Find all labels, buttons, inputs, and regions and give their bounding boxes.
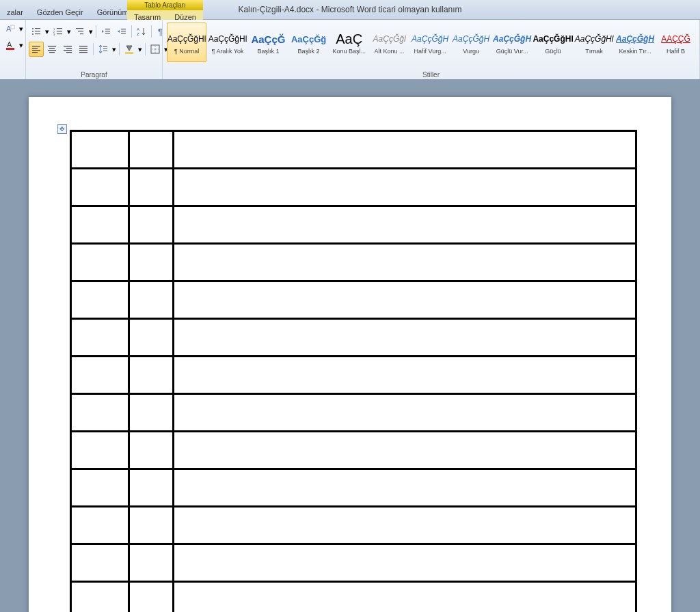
table-row[interactable] xyxy=(71,582,636,613)
numbering-button[interactable]: 123 xyxy=(51,24,66,39)
table-row[interactable] xyxy=(71,394,636,432)
table-cell[interactable] xyxy=(129,244,174,281)
svg-rect-44 xyxy=(103,46,107,47)
style-item-g--l-[interactable]: AaÇçĞğHlGüçlü xyxy=(533,23,573,62)
dropdown-icon[interactable]: ▾ xyxy=(44,25,50,38)
style-item-vurgu[interactable]: AaÇçĞğHVurgu xyxy=(451,23,491,62)
table-cell[interactable] xyxy=(129,507,174,544)
style-item-hafif-vurg---[interactable]: AaÇçĞğHHafif Vurg... xyxy=(410,23,450,62)
sort-button[interactable]: AZ xyxy=(134,24,149,39)
table-cell[interactable] xyxy=(71,131,129,169)
document-workspace[interactable]: ✥ xyxy=(0,79,700,612)
table-cell[interactable] xyxy=(174,394,636,432)
table-cell[interactable] xyxy=(71,206,129,244)
style-item---aral-k-yok[interactable]: AaÇçĞğHl¶ Aralık Yok xyxy=(208,23,247,62)
table-cell[interactable] xyxy=(174,206,636,244)
multilevel-list-button[interactable] xyxy=(72,24,88,39)
font-color-button[interactable]: A xyxy=(3,38,18,53)
style-item-ba-l-k-1[interactable]: AaÇçĞBaşlık 1 xyxy=(249,23,288,62)
table-row[interactable] xyxy=(71,319,636,357)
clear-formatting-button[interactable]: A xyxy=(3,21,18,36)
document-table[interactable] xyxy=(70,130,637,612)
table-row[interactable] xyxy=(71,281,636,319)
align-center-button[interactable] xyxy=(44,42,59,57)
dropdown-icon[interactable]: ▾ xyxy=(18,22,24,36)
decrease-indent-button[interactable] xyxy=(98,24,113,39)
table-row[interactable] xyxy=(71,544,636,582)
style-name-label: Güçlü Vur... xyxy=(496,48,528,55)
dropdown-icon[interactable]: ▾ xyxy=(137,42,143,56)
table-cell[interactable] xyxy=(129,131,174,169)
align-right-button[interactable] xyxy=(60,42,75,57)
dropdown-icon[interactable]: ▾ xyxy=(111,42,117,56)
dropdown-icon[interactable]: ▾ xyxy=(66,25,72,38)
table-cell[interactable] xyxy=(174,432,636,469)
style-item-hafif-b[interactable]: AAÇÇĞHafif B xyxy=(656,23,695,62)
table-cell[interactable] xyxy=(174,582,636,613)
table-cell[interactable] xyxy=(71,544,129,582)
style-item-keskin-t-r---[interactable]: AaÇçĞğHKeskin Tır... xyxy=(615,23,655,62)
table-move-handle-icon[interactable]: ✥ xyxy=(57,124,67,134)
table-cell[interactable] xyxy=(129,432,174,469)
table-cell[interactable] xyxy=(174,507,636,544)
table-cell[interactable] xyxy=(174,281,636,319)
dropdown-icon[interactable]: ▾ xyxy=(88,25,94,38)
table-cell[interactable] xyxy=(129,394,174,432)
menu-tab[interactable]: zalar xyxy=(0,5,30,19)
table-cell[interactable] xyxy=(129,469,174,507)
table-cell[interactable] xyxy=(174,469,636,507)
table-cell[interactable] xyxy=(129,281,174,319)
table-cell[interactable] xyxy=(174,544,636,582)
table-cell[interactable] xyxy=(129,319,174,357)
table-cell[interactable] xyxy=(129,582,174,613)
style-item-konu-ba-l---[interactable]: AaÇKonu Başl... xyxy=(329,23,368,62)
table-row[interactable] xyxy=(71,469,636,507)
table-row[interactable] xyxy=(71,432,636,469)
table-cell[interactable] xyxy=(174,357,636,394)
table-cell[interactable] xyxy=(174,244,636,281)
table-cell[interactable] xyxy=(129,206,174,244)
table-cell[interactable] xyxy=(71,432,129,469)
table-cell[interactable] xyxy=(129,169,174,206)
table-row[interactable] xyxy=(71,357,636,394)
svg-text:¶: ¶ xyxy=(158,27,163,36)
table-row[interactable] xyxy=(71,131,636,169)
style-item-alt-konu----[interactable]: AaÇçĞğlAlt Konu ... xyxy=(370,23,409,62)
table-cell[interactable] xyxy=(71,357,129,394)
shading-button[interactable] xyxy=(122,42,137,57)
style-item-g--l--vur---[interactable]: AaÇçĞğHGüçlü Vur... xyxy=(492,23,532,62)
styles-gallery[interactable]: AaÇçĞğHl¶ NormalAaÇçĞğHl¶ Aralık YokAaÇç… xyxy=(165,21,697,64)
increase-indent-button[interactable] xyxy=(114,24,129,39)
line-spacing-button[interactable] xyxy=(96,42,111,57)
document-page[interactable]: ✥ xyxy=(29,97,671,612)
bullets-button[interactable] xyxy=(29,24,44,39)
borders-button[interactable] xyxy=(148,42,163,57)
table-cell[interactable] xyxy=(71,394,129,432)
table-cell[interactable] xyxy=(129,544,174,582)
table-cell[interactable] xyxy=(174,169,636,206)
table-cell[interactable] xyxy=(71,169,129,206)
table-cell[interactable] xyxy=(71,244,129,281)
table-cell[interactable] xyxy=(174,319,636,357)
table-cell[interactable] xyxy=(174,131,636,169)
table-row[interactable] xyxy=(71,169,636,206)
table-cell[interactable] xyxy=(71,319,129,357)
table-cell[interactable] xyxy=(71,582,129,613)
align-left-button[interactable] xyxy=(29,42,44,57)
dropdown-icon[interactable]: ▾ xyxy=(18,38,24,52)
table-cell[interactable] xyxy=(71,281,129,319)
style-item-t-rnak[interactable]: AaÇçĞğHlTırnak xyxy=(574,23,614,62)
separator xyxy=(145,43,146,55)
table-cell[interactable] xyxy=(71,469,129,507)
table-cell[interactable] xyxy=(129,357,174,394)
table-row[interactable] xyxy=(71,507,636,544)
table-cell[interactable] xyxy=(71,507,129,544)
style-item-ba-l-k-2[interactable]: AaÇçĞğBaşlık 2 xyxy=(289,23,328,62)
svg-rect-40 xyxy=(79,46,88,46)
style-item---normal[interactable]: AaÇçĞğHl¶ Normal xyxy=(167,23,206,62)
title-bar: zalar Gözden Geçir Görünüm Tablo Araçlar… xyxy=(0,0,700,20)
menu-tab[interactable]: Gözden Geçir xyxy=(30,5,90,19)
justify-button[interactable] xyxy=(76,42,91,57)
table-row[interactable] xyxy=(71,244,636,281)
table-row[interactable] xyxy=(71,206,636,244)
